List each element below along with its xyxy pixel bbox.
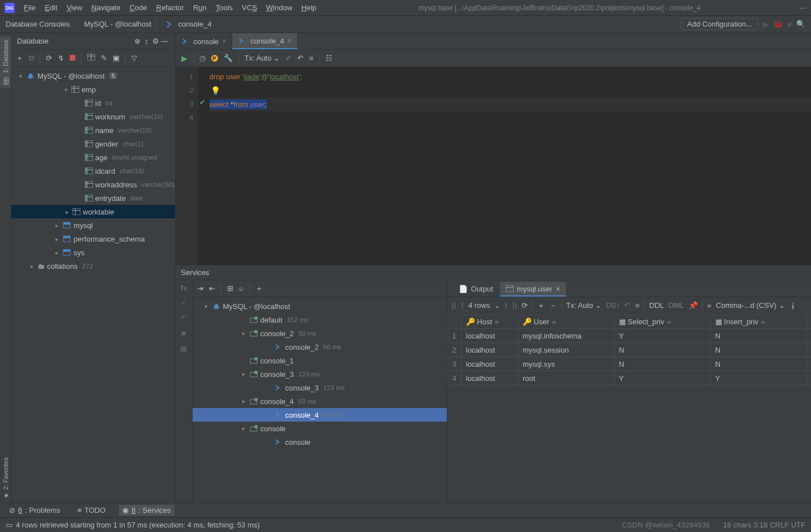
code-editor[interactable]: 1 2 3 4 ✔ drop user 'jiade'@'localhost';… xyxy=(176,67,811,265)
edit-icon[interactable]: ✎ xyxy=(101,54,107,62)
tx-icon[interactable]: Tx xyxy=(180,285,187,291)
wrench-icon[interactable]: 🔧 xyxy=(224,54,233,62)
add-row-icon[interactable]: ＋ xyxy=(537,301,545,311)
cell[interactable]: root xyxy=(518,371,614,385)
column-node[interactable]: genderchar(1) xyxy=(11,137,175,151)
add-configuration-button[interactable]: Add Configuration... xyxy=(681,18,758,30)
download-icon[interactable]: ⭳ xyxy=(789,301,797,310)
code-content[interactable]: drop user 'jiade'@'localhost'; 💡 select … xyxy=(198,67,811,265)
menu-file[interactable]: File xyxy=(20,2,39,13)
breadcrumb-item[interactable]: Database Consoles xyxy=(6,20,70,28)
more-icon[interactable]: » xyxy=(707,301,711,310)
remove-row-icon[interactable]: － xyxy=(549,301,557,311)
first-page-icon[interactable]: |⟨ xyxy=(452,301,456,310)
cell[interactable]: mysql.infoschema xyxy=(518,329,614,343)
export-format[interactable]: Comma-...d (CSV) ⌄ xyxy=(716,301,785,310)
folder-node[interactable]: ▸ 🖿 collations 272 xyxy=(11,259,175,273)
cell[interactable]: localhost xyxy=(461,371,518,385)
cell[interactable]: localhost xyxy=(461,343,518,357)
cell[interactable]: mysql.session xyxy=(518,343,614,357)
column-header[interactable]: 🔑 Host≑ xyxy=(461,315,518,329)
debug-icon[interactable]: 🐞 xyxy=(774,20,783,28)
add-icon[interactable]: ＋ xyxy=(16,53,23,63)
menu-navigate[interactable]: Navigate xyxy=(88,2,123,13)
menu-run[interactable]: Run xyxy=(190,2,210,13)
column-node[interactable]: worknumvarchar(10) xyxy=(11,110,175,123)
menu-window[interactable]: Window xyxy=(263,2,296,13)
services-root[interactable]: ▾ MySQL - @localhost xyxy=(193,299,447,313)
column-node[interactable]: idint xyxy=(11,96,175,110)
column-node[interactable]: idcardchar(18) xyxy=(11,164,175,178)
expand-icon[interactable]: ↕ xyxy=(142,37,151,46)
search-icon[interactable]: 🔍 xyxy=(796,20,805,28)
revert-icon[interactable]: ↶ xyxy=(624,301,630,310)
cancel-icon[interactable]: ■ xyxy=(635,301,639,310)
tx-mode[interactable]: Tx: Auto ⌄ xyxy=(566,301,601,310)
cell[interactable]: Y xyxy=(614,329,710,343)
cell[interactable]: Y xyxy=(806,371,811,385)
breadcrumb-item[interactable]: console_4 xyxy=(178,20,211,28)
database-tree[interactable]: ▾ MySQL - @localhost 5 ▾ emp idintworknu… xyxy=(11,67,175,503)
cell[interactable]: localhost xyxy=(461,357,518,371)
close-icon[interactable]: × xyxy=(556,285,560,293)
cell[interactable]: N xyxy=(710,357,806,371)
settings-icon[interactable]: ☷ xyxy=(326,54,332,62)
stop-icon[interactable] xyxy=(70,54,75,62)
column-node[interactable]: workaddressvarchar(50) xyxy=(11,178,175,191)
close-icon[interactable]: × xyxy=(222,37,226,45)
column-node[interactable]: entrydatedate xyxy=(11,191,175,205)
layout-icon[interactable]: ▦ xyxy=(180,344,187,353)
menu-edit[interactable]: Edit xyxy=(41,2,61,13)
cell[interactable]: N xyxy=(710,343,806,357)
stop-icon[interactable]: ■ xyxy=(181,329,186,337)
table-node[interactable]: ▸ worktable xyxy=(11,205,175,218)
reload-icon[interactable]: ⟳ xyxy=(522,301,528,310)
services-item[interactable]: ▾console xyxy=(193,422,447,435)
services-item[interactable]: console_3123 ms xyxy=(193,381,447,394)
sync-icon[interactable]: ↯ xyxy=(58,54,64,62)
column-node[interactable]: namevarchar(10) xyxy=(11,123,175,137)
hide-icon[interactable]: — xyxy=(160,37,169,46)
table-icon[interactable] xyxy=(87,54,95,62)
tab-console-4[interactable]: console_4 × xyxy=(232,33,297,49)
cell[interactable]: Y xyxy=(614,371,710,385)
commit-icon[interactable]: ✓ xyxy=(285,54,292,62)
services-item[interactable]: ▾console_3123 ms xyxy=(193,367,447,381)
database-tool-tab[interactable]: 🗄 1: Database xyxy=(0,36,11,88)
cancel-icon[interactable]: ■ xyxy=(309,54,314,62)
execute-icon[interactable]: ▶ xyxy=(181,54,187,63)
tab-mysql-user[interactable]: mysql.user × xyxy=(500,282,566,297)
services-tree[interactable]: ▾ MySQL - @localhost default152 ms▾conso… xyxy=(193,297,447,503)
schema-node[interactable]: ▾ emp xyxy=(11,83,175,96)
menu-help[interactable]: Help xyxy=(298,2,320,13)
tab-todo[interactable]: ≡TODO xyxy=(74,505,109,516)
cell[interactable]: localhost xyxy=(461,329,518,343)
column-node[interactable]: agetinyint unsigned xyxy=(11,151,175,164)
column-header[interactable]: ▦ Insert_priv≑ xyxy=(710,315,806,329)
services-item[interactable]: console_469 ms xyxy=(193,408,447,422)
column-header[interactable]: 🔑 User≑ xyxy=(518,315,614,329)
gear-icon[interactable]: ⚙ xyxy=(151,37,160,46)
tab-output[interactable]: 📄 Output xyxy=(453,282,499,297)
column-header[interactable]: ▦ Select_priv≑ xyxy=(614,315,710,329)
run-icon[interactable]: ▶ xyxy=(763,20,769,29)
services-item[interactable]: default152 ms xyxy=(193,313,447,327)
services-item[interactable]: console_1 xyxy=(193,354,447,367)
bulb-icon[interactable]: 💡 xyxy=(210,86,220,95)
copy-icon[interactable]: ⧉ xyxy=(29,54,34,63)
menu-vcs[interactable]: VCS xyxy=(238,2,261,13)
schema-node[interactable]: ▸sys xyxy=(11,246,175,259)
result-grid[interactable]: 🔑 Host≑🔑 User≑▦ Select_priv≑▦ Insert_pri… xyxy=(447,314,811,503)
favorites-tool-tab[interactable]: ★ 2: Favorites xyxy=(1,454,10,503)
pin-icon[interactable]: 📌 xyxy=(689,301,698,310)
cell[interactable]: N xyxy=(710,329,806,343)
cell[interactable]: N xyxy=(806,343,811,357)
console-icon[interactable]: ▣ xyxy=(113,54,119,62)
rollback-icon[interactable]: ↶ xyxy=(297,54,304,62)
menu-tools[interactable]: Tools xyxy=(212,2,236,13)
tab-problems[interactable]: ⊘66: Problems: Problems xyxy=(6,505,63,516)
stop-icon[interactable]: ■ xyxy=(787,20,792,28)
menu-refactor[interactable]: Refactor xyxy=(153,2,187,13)
menu-code[interactable]: Code xyxy=(126,2,151,13)
explain-plan-icon[interactable]: P xyxy=(211,55,218,62)
